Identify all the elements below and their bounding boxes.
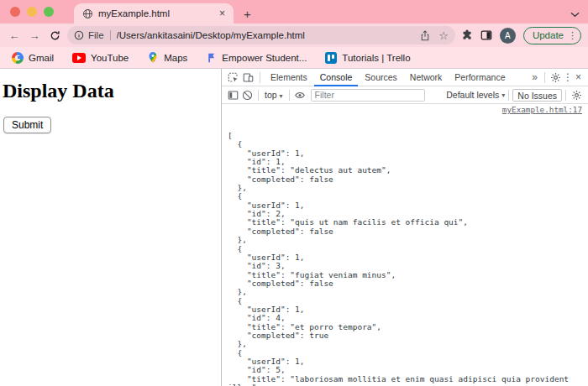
device-toolbar-icon[interactable] bbox=[241, 70, 255, 85]
web-page: Display Data Submit bbox=[0, 69, 221, 386]
browser-tab[interactable]: myExample.html × bbox=[74, 3, 234, 23]
bookmark-maps[interactable]: Maps bbox=[147, 51, 187, 64]
forward-button[interactable]: → bbox=[27, 28, 42, 43]
console-log-message: [ { "userId": 1, "id": 1, "title": "dele… bbox=[228, 132, 583, 386]
bookmark-gmail[interactable]: Gmail bbox=[12, 52, 54, 64]
maximize-window-button[interactable] bbox=[44, 7, 54, 17]
divider bbox=[260, 72, 260, 83]
bookmark-empower[interactable]: Empower Student... bbox=[206, 52, 307, 64]
filter-input[interactable] bbox=[311, 89, 425, 102]
tab-title: myExample.html bbox=[98, 8, 213, 18]
scheme-chip: File bbox=[88, 30, 104, 40]
gmail-google-icon bbox=[12, 52, 24, 64]
live-expression-eye-icon[interactable] bbox=[293, 88, 307, 102]
share-icon[interactable] bbox=[420, 30, 430, 41]
bookmark-star-icon[interactable]: ☆ bbox=[438, 30, 449, 41]
side-panel-icon[interactable] bbox=[480, 29, 492, 41]
browser-menu-kebab-icon[interactable]: ⋮ bbox=[568, 30, 577, 41]
address-bar[interactable]: File /Users/ankitasaini/Desktop/myExampl… bbox=[67, 26, 455, 44]
log-levels-selector[interactable]: Default levels ▾ bbox=[446, 90, 505, 100]
bookmark-youtube[interactable]: YouTube bbox=[72, 53, 129, 63]
url-text[interactable]: /Users/ankitasaini/Desktop/myExample.htm… bbox=[117, 30, 417, 40]
chevron-down-icon[interactable] bbox=[570, 12, 580, 18]
divider bbox=[258, 90, 259, 101]
bookmark-trello[interactable]: Tutorials | Trello bbox=[325, 52, 410, 64]
divider bbox=[565, 90, 566, 101]
tab-sources[interactable]: Sources bbox=[359, 69, 403, 86]
minimize-window-button[interactable] bbox=[27, 7, 37, 17]
devtools-close-icon[interactable]: × bbox=[573, 71, 584, 83]
traffic-lights bbox=[0, 0, 62, 23]
tab-performance[interactable]: Performance bbox=[449, 69, 511, 86]
context-selector[interactable]: top ▾ bbox=[262, 90, 286, 100]
page-title: Display Data bbox=[3, 80, 221, 102]
submit-button[interactable]: Submit bbox=[3, 117, 51, 133]
console-toolbar: top ▾ Default levels ▾ No Issues bbox=[222, 86, 588, 104]
tab-network[interactable]: Network bbox=[404, 69, 449, 86]
devtools-tab-bar: Elements Console Sources Network Perform… bbox=[222, 69, 588, 86]
address-toolbar: ← → File /Users/ankitasaini/Desktop/myEx… bbox=[0, 23, 588, 47]
bookmarks-bar: Gmail YouTube Maps bbox=[0, 47, 588, 69]
profile-avatar[interactable]: A bbox=[500, 28, 516, 44]
youtube-icon bbox=[72, 53, 86, 63]
console-output-area[interactable]: myExample.html:17 [ { "userId": 1, "id":… bbox=[222, 104, 588, 386]
divider bbox=[544, 72, 545, 83]
devtools-menu-kebab-icon[interactable]: ⋮ bbox=[563, 71, 573, 83]
no-issues-button[interactable]: No Issues bbox=[512, 89, 562, 102]
new-tab-button[interactable]: + bbox=[244, 7, 251, 21]
extensions-puzzle-icon[interactable] bbox=[461, 29, 473, 41]
trello-icon bbox=[325, 52, 337, 64]
update-button[interactable]: Update ⋮ bbox=[523, 27, 581, 44]
console-source-link[interactable]: myExample.html:17 bbox=[502, 106, 582, 114]
tab-elements[interactable]: Elements bbox=[265, 69, 313, 86]
close-window-button[interactable] bbox=[10, 7, 20, 17]
divider bbox=[508, 90, 509, 101]
clear-console-icon[interactable] bbox=[240, 88, 255, 102]
dock-side-icon[interactable] bbox=[226, 88, 240, 102]
info-icon[interactable] bbox=[74, 30, 84, 40]
chevron-down-icon: ▾ bbox=[280, 92, 283, 100]
tab-strip: myExample.html × + bbox=[0, 0, 588, 23]
browser-window: myExample.html × + ← → File /Users/ankit… bbox=[0, 0, 588, 386]
empower-flag-icon bbox=[206, 52, 217, 64]
chevron-down-icon: ▾ bbox=[501, 91, 505, 99]
back-button[interactable]: ← bbox=[7, 28, 22, 43]
devtools-panel: Elements Console Sources Network Perform… bbox=[221, 69, 588, 386]
reload-button[interactable] bbox=[47, 28, 62, 43]
omnibox-divider bbox=[110, 30, 111, 40]
page-favicon-globe-icon bbox=[82, 8, 93, 19]
inspect-element-icon[interactable] bbox=[226, 70, 240, 85]
divider bbox=[289, 90, 290, 101]
more-tabs-icon[interactable]: » bbox=[528, 71, 541, 83]
tab-console[interactable]: Console bbox=[314, 69, 359, 86]
maps-pin-icon bbox=[147, 51, 159, 64]
console-settings-gear-icon[interactable] bbox=[570, 88, 584, 102]
tab-close-icon[interactable]: × bbox=[218, 8, 227, 19]
settings-gear-icon[interactable] bbox=[549, 70, 563, 85]
update-label: Update bbox=[533, 30, 564, 40]
